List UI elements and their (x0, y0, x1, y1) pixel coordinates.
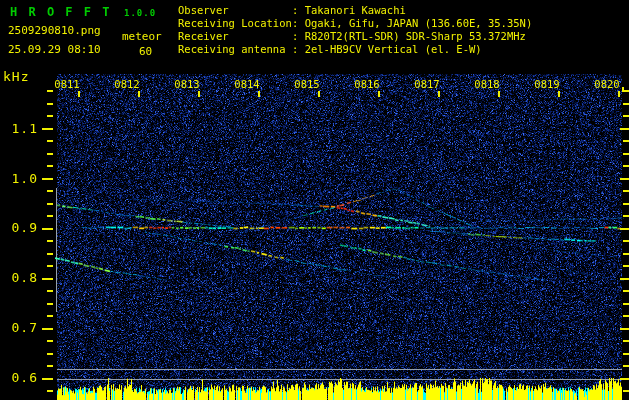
capture-filename: 2509290810.png (8, 24, 101, 37)
time-tick-label: 0820 (587, 78, 627, 90)
station-info-row: Receiver: R820T2(RTL-SDR) SDR-Sharp 53.3… (178, 30, 532, 43)
khz-unit-label: kHz (3, 69, 29, 84)
time-tick-label: 0815 (287, 78, 327, 90)
info-value: R820T2(RTL-SDR) SDR-Sharp 53.372MHz (305, 30, 526, 42)
info-label: Receiving antenna (178, 43, 292, 56)
freq-tick-label: 0.8 (2, 270, 38, 285)
info-value: 2el-HB9CV Vertical (el. E-W) (305, 43, 482, 55)
info-value: Ogaki, Gifu, JAPAN (136.60E, 35.35N) (305, 17, 533, 29)
time-tick-label: 0816 (347, 78, 387, 90)
info-label: Receiving Location (178, 17, 292, 30)
station-info: Observer: Takanori KawachiReceiving Loca… (178, 4, 532, 56)
info-separator: : (292, 30, 305, 42)
info-separator: : (292, 4, 305, 16)
info-separator: : (292, 17, 305, 29)
spectrogram-canvas (0, 0, 629, 400)
info-label: Observer (178, 4, 292, 17)
freq-tick-label: 1.0 (2, 171, 38, 186)
station-info-row: Receiving antenna: 2el-HB9CV Vertical (e… (178, 43, 532, 56)
app-version: 1.0.0 (124, 8, 156, 18)
time-tick-label: 0818 (467, 78, 507, 90)
time-tick-label: 0812 (107, 78, 147, 90)
freq-tick-label: 1.1 (2, 121, 38, 136)
capture-datetime: 25.09.29 08:10 (8, 43, 101, 56)
time-tick-label: 0814 (227, 78, 267, 90)
freq-tick-label: 0.7 (2, 320, 38, 335)
info-label: Receiver (178, 30, 292, 43)
station-info-row: Observer: Takanori Kawachi (178, 4, 532, 17)
hrofft-window: H R O F F T 1.0.0 2509290810.png meteor … (0, 0, 629, 400)
station-info-row: Receiving Location: Ogaki, Gifu, JAPAN (… (178, 17, 532, 30)
time-tick-label: 0813 (167, 78, 207, 90)
observation-mode: meteor (122, 30, 162, 43)
time-tick-label: 0817 (407, 78, 447, 90)
app-title: H R O F F T (10, 5, 111, 19)
time-tick-label: 0819 (527, 78, 567, 90)
freq-tick-label: 0.6 (2, 370, 38, 385)
freq-tick-label: 0.9 (2, 220, 38, 235)
info-separator: : (292, 43, 305, 55)
duration-seconds: 60 (139, 45, 152, 58)
info-value: Takanori Kawachi (305, 4, 406, 16)
time-tick-label: 0811 (47, 78, 87, 90)
